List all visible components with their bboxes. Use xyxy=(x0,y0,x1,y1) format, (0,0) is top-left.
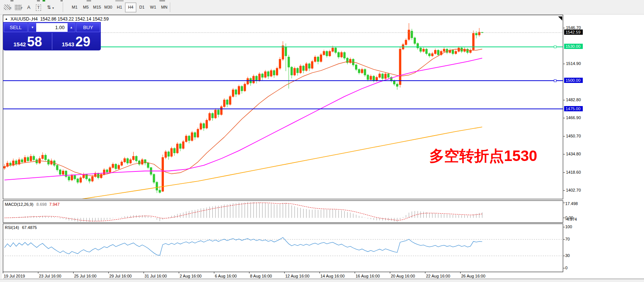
buy-button[interactable]: BUY xyxy=(76,23,100,32)
bid-pips: 58 xyxy=(27,35,42,49)
time-axis-label: 12 Aug 16:00 xyxy=(285,274,309,278)
rsi-header: RSI(14) 67.4875 xyxy=(5,225,37,230)
hline-handle[interactable] xyxy=(554,46,556,48)
symbol-label: XAUUSD-,H4 xyxy=(10,16,38,22)
price-line-badge-1475.00: 1475.00 xyxy=(564,106,583,111)
rsi-value: 67.4875 xyxy=(22,225,37,230)
current-price-badge: 1542.59 xyxy=(564,30,583,35)
time-axis-label: 29 Jul 16:00 xyxy=(109,274,132,278)
price-axis-label: 1466.90 xyxy=(566,115,581,120)
ask-pips: 29 xyxy=(75,35,90,49)
price-axis-label: 1434.80 xyxy=(566,152,581,156)
macd-value-signal: 7.947 xyxy=(49,202,60,207)
window-bottom-strip xyxy=(0,279,644,282)
rsi-axis-label: 70 xyxy=(565,237,570,241)
time-axis-label: 6 Aug 16:00 xyxy=(215,274,237,278)
chart-annotation: 多空转折点1530 xyxy=(429,146,537,166)
volume-stepper: ▼ ▲ xyxy=(28,23,75,32)
volume-down-icon[interactable]: ▼ xyxy=(29,23,36,32)
one-click-trade-panel: SELL ▼ ▲ BUY 1542 58 1543 29 xyxy=(3,22,101,50)
time-axis-label: 8 Aug 16:00 xyxy=(250,274,272,278)
rsi-label: RSI(14) xyxy=(5,225,19,230)
hline-handle[interactable] xyxy=(554,80,556,82)
rsi-axis-label: 100 xyxy=(565,224,572,229)
ask-quote[interactable]: 1543 29 xyxy=(52,33,100,50)
macd-value-main: 8.698 xyxy=(36,202,47,207)
macd-header: MACD(12,26,9) 8.698 7.947 xyxy=(5,202,60,207)
price-line-badge-1530.00: 1530.00 xyxy=(564,44,583,49)
time-axis-label: 19 Jul 2019 xyxy=(4,274,25,278)
rsi-axis-label: 30 xyxy=(565,253,570,258)
volume-input[interactable] xyxy=(36,23,68,32)
price-axis-label: 1418.60 xyxy=(566,170,581,174)
collapse-triangle-icon[interactable]: ▲ xyxy=(5,17,8,21)
price-axis-label: 1482.80 xyxy=(566,97,581,102)
rsi-axis-label: 0 xyxy=(565,266,567,270)
ask-handle: 1543 xyxy=(62,41,74,47)
bid-quote[interactable]: 1542 58 xyxy=(4,33,52,50)
macd-axis-label: -4.974 xyxy=(565,217,577,221)
price-axis-label: 1402.70 xyxy=(566,188,581,192)
price-axis-label: 1514.90 xyxy=(566,61,581,66)
time-axis-label: 16 Aug 16:00 xyxy=(356,274,380,278)
time-axis-label: 20 Aug 16:00 xyxy=(391,274,415,278)
macd-axis-label: 17.498 xyxy=(565,201,578,206)
time-axis-label: 22 Aug 16:00 xyxy=(426,274,450,278)
time-axis-label: 2 Aug 16:00 xyxy=(180,274,202,278)
rsi-panel-frame[interactable] xyxy=(3,224,563,272)
time-axis-label: 26 Aug 16:00 xyxy=(461,274,485,278)
price-axis-label: 1546.70 xyxy=(566,25,581,30)
volume-up-icon[interactable]: ▲ xyxy=(68,23,75,32)
macd-label: MACD(12,26,9) xyxy=(5,202,33,207)
time-axis-label: 25 Jul 16:00 xyxy=(74,274,97,278)
time-axis-label: 14 Aug 16:00 xyxy=(320,274,345,278)
time-axis-label: 31 Jul 16:00 xyxy=(144,274,167,278)
chart-symbol-header: ▲ XAUUSD-,H4 1542.86 1543.22 1542.14 154… xyxy=(5,16,109,22)
bid-handle: 1542 xyxy=(13,41,26,47)
price-line-badge-1500.00: 1500.00 xyxy=(564,78,583,83)
time-axis-label: 23 Jul 16:00 xyxy=(39,274,61,278)
sell-button[interactable]: SELL xyxy=(4,23,28,32)
price-axis-label: 1450.70 xyxy=(566,134,581,138)
ohlc-values: 1542.86 1543.22 1542.14 1542.59 xyxy=(40,16,109,22)
